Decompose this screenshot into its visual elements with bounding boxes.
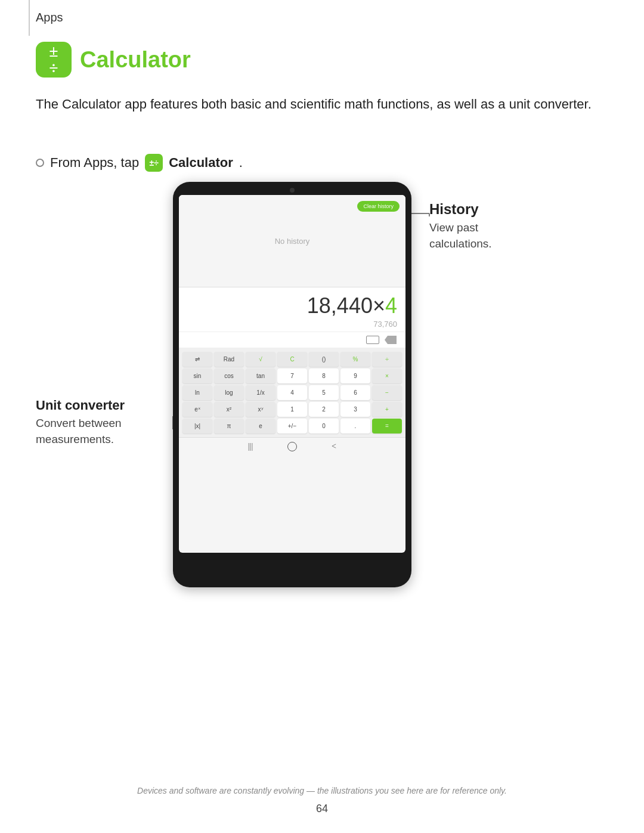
key-percent[interactable]: % [340, 352, 370, 367]
clear-history-button[interactable]: Clear history [357, 201, 400, 212]
key-rad[interactable]: Rad [214, 352, 244, 367]
instruction-suffix: . [239, 155, 243, 171]
key-cos[interactable]: cos [214, 368, 244, 383]
app-icon-symbol: ±÷ [49, 43, 58, 76]
key-convert[interactable]: ⇌ [182, 352, 212, 367]
key-9[interactable]: 9 [340, 368, 370, 383]
key-multiply[interactable]: × [372, 368, 402, 383]
backspace-icon[interactable] [384, 336, 397, 344]
footer-page-number: 64 [36, 803, 608, 815]
key-equals[interactable]: = [372, 419, 402, 433]
app-title: Calculator [80, 47, 191, 73]
tablet-camera [290, 188, 295, 193]
key-sq[interactable]: x² [214, 402, 244, 417]
unit-callout-title: Unit converter [36, 398, 167, 413]
no-history-label: No history [275, 237, 310, 246]
history-callout-subtitle: View pastcalculations. [429, 220, 596, 252]
instruction-app-name: Calculator [169, 155, 233, 171]
history-callout: History View pastcalculations. [429, 201, 596, 252]
key-ex[interactable]: eˣ [182, 402, 212, 417]
inline-app-icon: ±÷ [145, 154, 163, 172]
backspace-shape [385, 336, 397, 344]
inline-icon-symbol: ±÷ [150, 158, 159, 168]
key-6[interactable]: 6 [340, 385, 370, 400]
key-3[interactable]: 3 [340, 402, 370, 417]
page-footer: Devices and software are constantly evol… [36, 786, 608, 815]
unit-callout-subtitle: Convert betweenmeasurements. [36, 416, 167, 447]
left-border [29, 0, 30, 36]
app-icon: ±÷ [36, 42, 72, 78]
key-minus[interactable]: − [372, 385, 402, 400]
converter-bar [179, 332, 405, 348]
sub-display: 73,760 [187, 320, 397, 329]
key-inv[interactable]: 1/x [246, 385, 275, 400]
nav-circle-icon [287, 442, 297, 451]
cursor-digit: 4 [385, 293, 397, 318]
calc-display: 18,440×4 73,760 [179, 287, 405, 332]
key-ln[interactable]: ln [182, 385, 212, 400]
bullet-icon [36, 159, 44, 167]
key-2[interactable]: 2 [309, 402, 339, 417]
nav-chevron-icon: < [332, 442, 336, 451]
calc-keypad: ⇌ Rad √ C () % ÷ sin cos tan 7 8 9 × ln … [179, 348, 405, 437]
footer-disclaimer: Devices and software are constantly evol… [36, 786, 608, 795]
key-divide[interactable]: ÷ [372, 352, 402, 367]
nav-back-icon: ||| [248, 442, 253, 451]
key-pow[interactable]: xʸ [246, 402, 275, 417]
nav-recent-button[interactable]: < [328, 441, 340, 453]
tablet-screen: Clear history No history 18,440×4 73,760 [179, 195, 405, 553]
key-abs[interactable]: |x| [182, 419, 212, 433]
nav-bar: ||| < [179, 437, 405, 455]
key-0[interactable]: 0 [309, 419, 339, 433]
converter-icon[interactable] [366, 336, 379, 344]
app-description: The Calculator app features both basic a… [36, 94, 608, 114]
page-header: Apps [36, 11, 63, 24]
key-log[interactable]: log [214, 385, 244, 400]
unit-converter-callout: Unit converter Convert betweenmeasuremen… [36, 398, 167, 447]
key-8[interactable]: 8 [309, 368, 339, 383]
main-display: 18,440×4 [187, 293, 397, 318]
key-plus[interactable]: + [372, 402, 402, 417]
instruction-line: From Apps, tap ±÷ Calculator . [36, 154, 243, 172]
key-4[interactable]: 4 [277, 385, 307, 400]
history-callout-title: History [429, 201, 596, 218]
key-negate[interactable]: +/− [277, 419, 307, 433]
key-sqrt[interactable]: √ [246, 352, 275, 367]
key-dot[interactable]: . [340, 419, 370, 433]
key-pi[interactable]: π [214, 419, 244, 433]
nav-home-button[interactable] [286, 441, 298, 453]
nav-back-button[interactable]: ||| [244, 441, 256, 453]
key-7[interactable]: 7 [277, 368, 307, 383]
app-title-section: ±÷ Calculator [36, 42, 191, 78]
header-label: Apps [36, 11, 63, 24]
instruction-prefix: From Apps, tap [50, 155, 139, 171]
key-tan[interactable]: tan [246, 368, 275, 383]
history-section: Clear history No history [179, 195, 405, 287]
key-sin[interactable]: sin [182, 368, 212, 383]
key-parens[interactable]: () [309, 352, 339, 367]
key-1[interactable]: 1 [277, 402, 307, 417]
key-e[interactable]: e [246, 419, 275, 433]
key-c[interactable]: C [277, 352, 307, 367]
diagram-container: Clear history No history 18,440×4 73,760 [36, 182, 608, 611]
tablet-device: Clear history No history 18,440×4 73,760 [173, 182, 411, 587]
key-5[interactable]: 5 [309, 385, 339, 400]
